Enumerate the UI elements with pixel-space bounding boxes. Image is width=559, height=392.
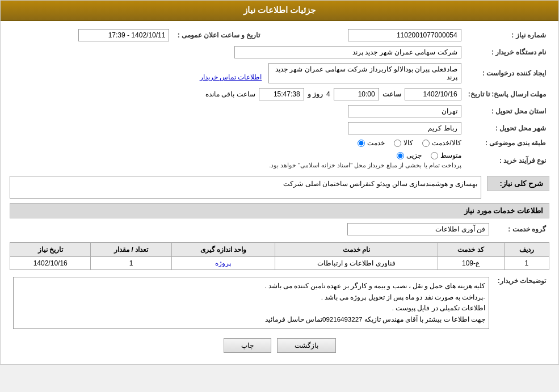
radio-both-label: کالا/خدمت	[432, 139, 461, 147]
row-city: شهر محل تحویل : رباط کریم	[10, 120, 549, 137]
page-header: جزئیات اطلاعات نیاز	[1, 1, 558, 21]
print-button[interactable]: چاپ	[224, 338, 271, 353]
buyer-org-label: نام دستگاه خریدار :	[465, 44, 549, 61]
row-category: طبقه بندی موضوعی : کالا/خدمت کالا خدمت	[10, 137, 549, 149]
buyer-notes-content: کلیه هزینه های حمل و نقل ، نصب و بیمه و …	[13, 277, 489, 329]
need-number-label: شماره نیاز :	[465, 27, 549, 44]
radio-partial-input[interactable]	[397, 152, 404, 159]
radio-product-label: کالا	[404, 139, 413, 147]
row-need-number: شماره نیاز : 1102001077000054 تاریخ و سا…	[10, 27, 549, 44]
buyer-org-value: شرکت سهامی عمران شهر جدید پرند	[10, 44, 465, 61]
buyer-org-field: شرکت سهامی عمران شهر جدید پرند	[234, 46, 461, 58]
deadline-row: 1402/10/16 ساعت 10:00 4 روز و 15:47:38 س…	[10, 86, 465, 103]
remaining-label: ساعت باقی مانده	[205, 90, 255, 98]
service-group-field: فن آوری اطلاعات	[347, 223, 489, 235]
province-field: تهران	[348, 105, 461, 117]
radio-service-input[interactable]	[358, 140, 365, 147]
services-table: ردیف کد خدمت نام خدمت واحد اندازه گیری ت…	[10, 242, 549, 270]
deadline-label: مهلت ارسال پاسخ: تا تاریخ:	[465, 86, 549, 103]
services-table-head: ردیف کد خدمت نام خدمت واحد اندازه گیری ت…	[10, 243, 549, 257]
announce-label: تاریخ و ساعت اعلان عمومی :	[173, 27, 263, 44]
radio-partial-item[interactable]: جزیی	[397, 151, 422, 159]
buyer-notes-label: توضیحات خریدار:	[493, 275, 549, 331]
back-button[interactable]: بازگشت	[277, 338, 336, 353]
service-group-label: گروه خدمت :	[493, 221, 549, 238]
requester-label: ایجاد کننده درخواست :	[465, 61, 549, 86]
row-deadline: مهلت ارسال پاسخ: تا تاریخ: 1402/10/16 سا…	[10, 86, 549, 103]
cell-date: 1402/10/16	[10, 257, 91, 270]
row-buyer-org: نام دستگاه خریدار : شرکت سهامی عمران شهر…	[10, 44, 549, 61]
category-radio-group: کالا/خدمت کالا خدمت	[13, 139, 461, 147]
need-description-label: شرح کلی نیاز:	[487, 176, 549, 191]
time-label: ساعت	[383, 90, 401, 98]
page-wrapper: جزئیات اطلاعات نیاز شماره نیاز : 1102001…	[0, 0, 559, 365]
need-number-field: 1102001077000054	[348, 29, 461, 41]
city-label: شهر محل تحویل :	[465, 120, 549, 137]
requester-value: صادفعلی پیران بودالالو کاربرداز شرکت سها…	[10, 61, 465, 86]
row-purchase-type: نوع فرآیند خرید : متوسط جزیی	[10, 149, 549, 171]
radio-medium-label: متوسط	[440, 151, 461, 159]
purchase-type-radio-group: متوسط جزیی	[13, 151, 461, 159]
col-code: کد خدمت	[438, 243, 504, 257]
radio-both-input[interactable]	[422, 140, 430, 147]
deadline-subrow: 1402/10/16 ساعت 10:00 4 روز و 15:47:38 س…	[13, 88, 461, 100]
page-title: جزئیات اطلاعات نیاز	[243, 5, 316, 15]
service-group-table: گروه خدمت : فن آوری اطلاعات	[10, 221, 549, 238]
row-requester: ایجاد کننده درخواست : صادفعلی پیران بودا…	[10, 61, 549, 86]
deadline-date-field: 1402/10/16	[405, 88, 461, 100]
main-info-table: شماره نیاز : 1102001077000054 تاریخ و سا…	[10, 27, 549, 171]
radio-service-label: خدمت	[367, 139, 385, 147]
radio-medium-input[interactable]	[431, 152, 438, 159]
days-value: 4	[326, 90, 330, 98]
radio-partial-label: جزیی	[406, 151, 422, 159]
purchase-type-container: متوسط جزیی پرداخت تمام یا بخشی از مبلغ خ…	[13, 151, 461, 169]
services-section-header: اطلاعات خدمات مورد نیاز	[10, 203, 549, 218]
cell-row: 1	[504, 257, 549, 270]
col-row: ردیف	[504, 243, 549, 257]
col-date: تاریخ نیاز	[10, 243, 91, 257]
purchase-type-label: نوع فرآیند خرید :	[465, 149, 549, 171]
need-number-value: 1102001077000054	[263, 27, 464, 44]
buttons-row: بازگشت چاپ	[10, 338, 549, 353]
contact-link[interactable]: اطلاعات تماس خریدار	[200, 73, 262, 81]
col-qty: تعداد / مقدار	[91, 243, 171, 257]
cell-qty: 1	[91, 257, 171, 270]
radio-both-item[interactable]: کالا/خدمت	[422, 139, 461, 147]
days-label: روز و	[308, 90, 323, 98]
radio-product-item[interactable]: کالا	[394, 139, 413, 147]
col-name: نام خدمت	[275, 243, 438, 257]
radio-service-item[interactable]: خدمت	[358, 139, 385, 147]
radio-medium-item[interactable]: متوسط	[431, 151, 461, 159]
city-field: رباط کریم	[348, 122, 461, 134]
cell-name: فناوری اطلاعات و ارتباطات	[275, 257, 438, 270]
cell-code: ع-109	[438, 257, 504, 270]
services-table-body: 1 ع-109 فناوری اطلاعات و ارتباطات پروژه …	[10, 257, 549, 270]
buyer-note-line: کلیه هزینه های حمل و نقل ، نصب و بیمه و …	[17, 281, 485, 292]
need-description-value: بهسازی و هوشمندسازی سالن ویدئو کنفرانس س…	[10, 176, 481, 199]
deadline-time-field: 10:00	[334, 88, 379, 100]
service-group-value: فن آوری اطلاعات	[10, 221, 493, 238]
buyer-notes-cell: کلیه هزینه های حمل و نقل ، نصب و بیمه و …	[10, 275, 493, 331]
buyer-note-line: جهت اطلاعا ت بیشتر با آقای مهندس تازیکه …	[17, 314, 485, 326]
announce-field: 1402/10/11 - 17:39	[78, 29, 169, 41]
province-label: استان محل تحویل :	[465, 103, 549, 120]
remaining-field: 15:47:38	[259, 88, 304, 100]
radio-product-input[interactable]	[394, 140, 401, 147]
row-service-group: گروه خدمت : فن آوری اطلاعات	[10, 221, 549, 238]
services-header-row: ردیف کد خدمت نام خدمت واحد اندازه گیری ت…	[10, 243, 549, 257]
purchase-note: پرداخت تمام یا بخشی از مبلغ خریداز محل "…	[13, 162, 461, 169]
announce-value: 1402/10/11 - 17:39	[10, 27, 173, 44]
category-label: طبقه بندی موضوعی :	[465, 137, 549, 149]
requester-field: صادفعلی پیران بودالالو کاربرداز شرکت سها…	[268, 63, 461, 83]
row-province: استان محل تحویل : تهران	[10, 103, 549, 120]
cell-unit: پروژه	[171, 257, 275, 270]
main-content: شماره نیاز : 1102001077000054 تاریخ و سا…	[1, 21, 558, 364]
col-unit: واحد اندازه گیری	[171, 243, 275, 257]
buyer-note-line: اطلاعات تکمیلی در فایل پیوست .	[17, 303, 485, 314]
buyer-note-line: -پرداخت به صورت نفد دو ماه پس از تحویل پ…	[17, 292, 485, 304]
table-row: 1 ع-109 فناوری اطلاعات و ارتباطات پروژه …	[10, 257, 549, 270]
need-description-row: شرح کلی نیاز: بهسازی و هوشمندسازی سالن و…	[10, 176, 549, 199]
buyer-notes-table: توضیحات خریدار: کلیه هزینه های حمل و نقل…	[10, 275, 549, 331]
buyer-notes-row: توضیحات خریدار: کلیه هزینه های حمل و نقل…	[10, 275, 549, 331]
